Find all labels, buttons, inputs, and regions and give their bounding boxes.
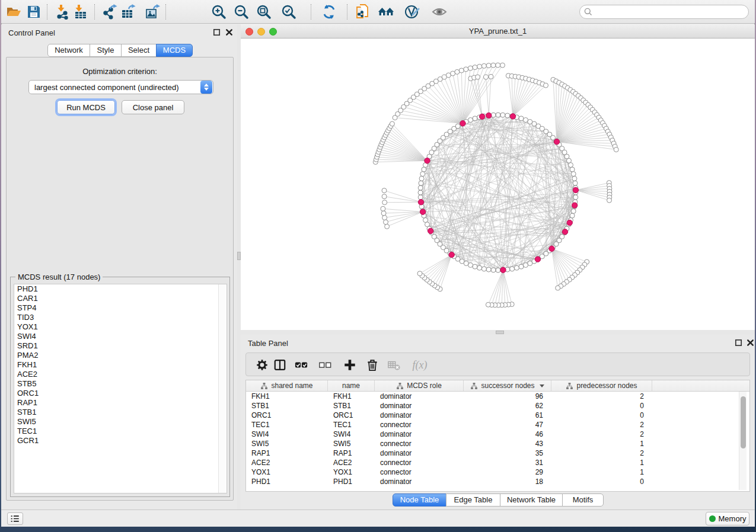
style-toggle-button[interactable] [403,3,421,21]
table-row[interactable]: SWI4 SWI4 dominator 46 2 [246,430,749,439]
cell-predecessor-nodes[interactable]: 2 [551,420,652,430]
open-file-button[interactable] [5,3,23,21]
function-builder-button[interactable]: f(x) [410,358,430,371]
cell-successor-nodes[interactable]: 31 [464,458,551,467]
share-session-button[interactable] [353,3,371,21]
cell-mcds-role[interactable]: connector [375,439,464,448]
column-header-name[interactable]: name [328,380,375,391]
cell-predecessor-nodes[interactable]: 1 [551,458,652,467]
mcds-result-item[interactable]: SWI5 [14,417,227,427]
float-panel-icon[interactable] [212,28,221,37]
horizontal-splitter[interactable] [241,330,755,335]
tab-node-table[interactable]: Node Table [393,493,446,507]
cell-predecessor-nodes[interactable]: 1 [551,439,652,448]
table-scrollbar[interactable] [739,392,747,490]
table-settings-button[interactable] [256,358,269,371]
zoom-in-button[interactable] [210,3,228,21]
cell-shared-name[interactable]: FKH1 [246,392,328,401]
cell-name[interactable]: RAP1 [328,448,375,458]
cell-shared-name[interactable]: RAP1 [246,448,328,458]
cell-mcds-role[interactable]: dominator [375,448,464,458]
cell-mcds-role[interactable]: dominator [375,401,464,411]
graphics-details-button[interactable] [430,3,448,21]
cell-shared-name[interactable]: STB1 [246,401,328,411]
cell-successor-nodes[interactable]: 47 [464,420,551,430]
unselect-all-columns-button[interactable] [318,358,331,371]
scrollbar-thumb[interactable] [741,396,746,448]
mcds-result-item[interactable]: TEC1 [14,427,227,436]
tab-style[interactable]: Style [90,44,122,57]
cell-shared-name[interactable]: SWI4 [246,430,328,439]
tab-select[interactable]: Select [121,44,157,57]
mcds-result-item[interactable]: ACE2 [14,370,227,379]
column-header-shared-name[interactable]: shared name [246,380,328,391]
mcds-result-item[interactable]: STB1 [14,408,227,417]
mcds-result-item[interactable]: STP4 [14,303,227,313]
cell-shared-name[interactable]: YOX1 [246,467,328,477]
mcds-result-item[interactable]: SWI4 [14,332,227,341]
select-all-columns-button[interactable] [295,358,308,371]
mcds-result-item[interactable]: FKH1 [14,360,227,370]
cell-predecessor-nodes[interactable]: 0 [551,411,652,420]
cell-successor-nodes[interactable]: 62 [464,401,551,411]
mcds-result-item[interactable]: SRD1 [14,341,227,351]
export-network-button[interactable] [101,3,119,21]
run-mcds-button[interactable]: Run MCDS [57,100,115,114]
refresh-button[interactable] [320,3,338,21]
cell-shared-name[interactable]: ORC1 [246,411,328,420]
cell-shared-name[interactable]: PHD1 [246,477,328,486]
table-row[interactable]: ORC1 ORC1 dominator 61 0 [246,411,749,420]
mcds-result-item[interactable]: CAR1 [14,294,227,303]
close-panel-button[interactable]: Close panel [122,100,184,114]
network-graph[interactable] [241,39,755,330]
delete-column-button[interactable] [366,358,379,371]
mcds-result-item[interactable]: TID3 [14,313,227,322]
cell-name[interactable]: YOX1 [328,467,375,477]
cell-name[interactable]: TEC1 [328,420,375,430]
cell-predecessor-nodes[interactable]: 0 [551,401,652,411]
table-row[interactable]: PHD1 PHD1 dominator 18 0 [246,477,749,486]
tab-motifs[interactable]: Motifs [562,493,604,507]
tab-edge-table[interactable]: Edge Table [446,493,500,507]
home-networks-button[interactable] [377,3,395,21]
table-row[interactable]: RAP1 RAP1 dominator 35 2 [246,448,749,458]
network-window-titlebar[interactable]: YPA_prune.txt_1 [241,24,755,39]
cell-mcds-role[interactable]: connector [375,420,464,430]
cell-shared-name[interactable]: TEC1 [246,420,328,430]
zoom-selected-button[interactable] [280,3,298,21]
column-header-predecessor-nodes[interactable]: predecessor nodes [551,380,652,391]
export-table-button[interactable] [119,3,137,21]
memory-button[interactable]: Memory [706,512,749,525]
table-row[interactable]: TEC1 TEC1 connector 47 2 [246,420,749,430]
column-header-mcds-role[interactable]: MCDS role [375,380,464,391]
cell-successor-nodes[interactable]: 43 [464,439,551,448]
mcds-result-item[interactable]: STB5 [14,379,227,389]
mcds-result-item[interactable]: ORC1 [14,389,227,398]
cell-name[interactable]: ACE2 [328,458,375,467]
cell-name[interactable]: SWI5 [328,439,375,448]
import-table-button[interactable] [71,3,89,21]
search-input[interactable] [593,7,748,17]
tab-network[interactable]: Network [47,44,90,57]
cell-mcds-role[interactable]: dominator [375,477,464,486]
cell-name[interactable]: FKH1 [328,392,375,401]
cell-mcds-role[interactable]: dominator [375,430,464,439]
cell-predecessor-nodes[interactable]: 0 [551,477,652,486]
table-row[interactable]: YOX1 YOX1 connector 29 1 [246,467,749,477]
mcds-result-item[interactable]: PHD1 [14,284,227,294]
close-panel-icon[interactable] [746,338,755,347]
cell-mcds-role[interactable]: connector [375,467,464,477]
cell-shared-name[interactable]: ACE2 [246,458,328,467]
save-session-button[interactable] [25,3,43,21]
cell-successor-nodes[interactable]: 96 [464,392,551,401]
float-panel-icon[interactable] [734,338,743,347]
split-table-button[interactable] [273,358,286,371]
mcds-result-item[interactable]: GCR1 [14,436,227,446]
tab-network-table[interactable]: Network Table [500,493,563,507]
table-row[interactable]: ACE2 ACE2 connector 31 1 [246,458,749,467]
close-panel-icon[interactable] [225,28,234,37]
mcds-result-item[interactable]: PMA2 [14,351,227,360]
cell-successor-nodes[interactable]: 29 [464,467,551,477]
zoom-out-button[interactable] [232,3,250,21]
column-header-successor-nodes[interactable]: successor nodes [464,380,551,391]
